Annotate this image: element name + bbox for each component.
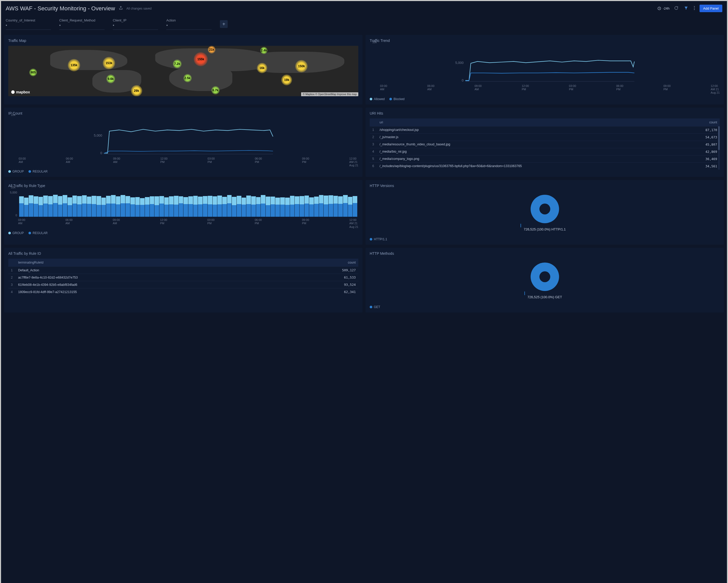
filter-label: Action [166,18,212,22]
legend-dot-icon [370,98,372,100]
svg-text:5,000: 5,000 [455,61,464,65]
panel-traffic-trend: Traffic Trend 10k 5,000 0 03:00AM06:00AM… [366,35,724,105]
table-row[interactable]: 41809ecc9-81fd-4dff-99e7-a2742121315562,… [8,288,358,296]
panel-http-versions: HTTP Versions 726,525 (100.0%) HTTP/1.1 … [366,180,724,245]
filter-action-input[interactable] [166,23,212,30]
time-range-picker[interactable]: -24h [657,6,670,10]
x-axis-tick: 12:00AM 21Aug 21 [349,157,358,167]
y-axis-top: 10k [372,41,377,44]
filter-method-input[interactable] [59,23,105,30]
map-bubble[interactable]: 2.4k [260,47,267,54]
topbar: AWS WAF - Security Monitoring - Overview… [1,1,727,16]
filter-label: Client_Request_Method [59,18,105,22]
filter-country-input[interactable] [6,23,51,30]
filter-method: Client_Request_Method [59,18,105,30]
table-row[interactable]: 2ac7ff6e7-8e8a-4c10-82d2-e68432d7e75361,… [8,274,358,281]
table-row[interactable]: 361f4eb08-4e1b-4394-92b5-e8abf834fad693,… [8,281,358,288]
rule-id-table[interactable]: terminatingRuleId count 1Default_Action5… [8,259,358,295]
svg-text:5,000: 5,000 [94,133,102,137]
panel-title: HTTP Methods [370,251,720,256]
x-axis-tick: 12:00AM 21Aug 21 [711,84,720,95]
table-row[interactable]: 3/_media/resource_thumb_video_cloud_base… [370,141,720,148]
table-row[interactable]: 4/_media/bio_nir.jpg42,869 [370,148,720,155]
legend: GROUP REGULAR [8,170,358,173]
map-bubble[interactable]: 29k [131,85,142,96]
x-axis-tick: 06:00AM [66,218,73,229]
legend: GROUP REGULAR [8,231,358,235]
uri-hits-table[interactable]: uri count 1/shopping/cart/checkout.jsp87… [370,118,720,170]
traffic-trend-chart[interactable]: 5,000 0 [380,46,720,82]
map-bubble[interactable]: 150k [295,60,308,73]
x-axis-tick: 09:00AM [113,157,120,167]
legend-label: GROUP [12,231,24,235]
scrollbar[interactable] [718,126,720,170]
panel-rule-type: All Traffic by Rule Type 10k 5,0000 03:0… [4,180,362,245]
x-axis-tick: 09:00PM [302,218,309,229]
legend: GET [370,305,720,309]
panel-traffic-map: Traffic Map mapbox © Mapbox © OpenStreet… [4,35,362,105]
panel-title: Traffic Map [8,38,358,43]
map-bubble[interactable]: 21k [208,46,215,54]
refresh-icon[interactable] [673,5,679,12]
legend-dot-icon [28,170,31,173]
map-bubble[interactable]: 6.7k [211,86,219,95]
more-icon[interactable] [693,5,696,12]
x-axis-tick: 03:00PM [207,218,215,229]
map-bubble[interactable]: 9.6k [106,75,115,83]
col-header[interactable]: uri [377,118,684,127]
svg-point-1 [694,6,695,7]
panel-http-methods: HTTP Methods 726,525 (100.0%) GET GET [366,248,724,313]
legend-label: HTTP/1.1 [374,237,387,241]
filter-icon[interactable] [683,5,689,12]
x-axis-tick: 03:00AM [19,157,26,167]
filter-country: Country_of_Interest [6,18,51,30]
col-header[interactable]: count [684,118,720,127]
add-panel-button[interactable]: Add Panel [700,5,722,12]
table-row[interactable]: 6/_includes/wp/blog/wp-content/plugins/u… [370,162,720,170]
legend-label: GROUP [12,170,24,173]
table-row[interactable]: 1Default_Action509,127 [8,267,358,274]
map-bubble[interactable]: 7.2k [173,59,182,68]
legend-label: REGULAR [33,231,48,235]
panel-ip-count: IP Count 10k 5,000 0 03:00AM06:00AM09:00… [4,108,362,177]
map-bubble[interactable]: 805 [29,69,37,76]
map-bubble[interactable]: 153k [103,57,115,69]
table-row[interactable]: 1/shopping/cart/checkout.jsp87,170 [370,126,720,133]
add-filter-button[interactable]: + [220,20,228,28]
x-axis-tick: 09:00PM [302,157,309,167]
svg-point-4 [11,90,15,94]
legend-dot-icon [370,306,372,308]
filter-client-ip: Client_IP [113,18,158,30]
table-row[interactable]: 5/_media/company_logo.png36,469 [370,155,720,162]
map-bubble[interactable]: 135k [68,59,80,71]
col-header[interactable]: terminatingRuleId [16,259,281,267]
traffic-map[interactable]: mapbox © Mapbox © OpenStreetMap Improve … [8,46,358,96]
share-icon[interactable] [119,6,123,11]
http-methods-donut[interactable]: 726,525 (100.0%) GET [370,259,720,302]
legend-dot-icon [370,238,372,241]
x-axis-tick: 12:00PM [522,84,529,95]
map-bubble[interactable]: 19k [281,75,292,85]
col-header[interactable]: count [281,259,358,267]
legend: HTTP/1.1 [370,237,720,241]
donut-label: 726,525 (100.0%) GET [527,295,562,299]
table-row[interactable]: 2/_js/master.js54,673 [370,133,720,141]
rule-type-bar-chart[interactable]: 5,0000 [18,191,358,217]
clock-icon [657,6,661,10]
ip-count-chart[interactable]: 5,000 0 [19,118,358,155]
legend-label: Allowed [374,97,385,101]
panel-title: HTTP Versions [370,184,720,188]
map-bubble[interactable]: 16k [257,63,267,73]
svg-point-3 [694,9,695,10]
panel-title: All Traffic by Rule Type [8,184,358,188]
panel-title: Traffic Trend [370,38,720,43]
donut-label: 726,525 (100.0%) HTTP/1.1 [524,227,566,231]
x-axis-tick: 12:00PM [160,157,167,167]
mapbox-logo: mapbox [11,90,30,94]
map-bubble[interactable]: 2.5k [183,74,192,82]
filter-client-ip-input[interactable] [113,23,158,30]
filter-label: Country_of_Interest [6,18,51,22]
http-versions-donut[interactable]: 726,525 (100.0%) HTTP/1.1 [370,191,720,235]
map-attribution[interactable]: © Mapbox © OpenStreetMap Improve this ma… [301,92,358,96]
x-axis-tick: 03:00PM [569,84,576,95]
